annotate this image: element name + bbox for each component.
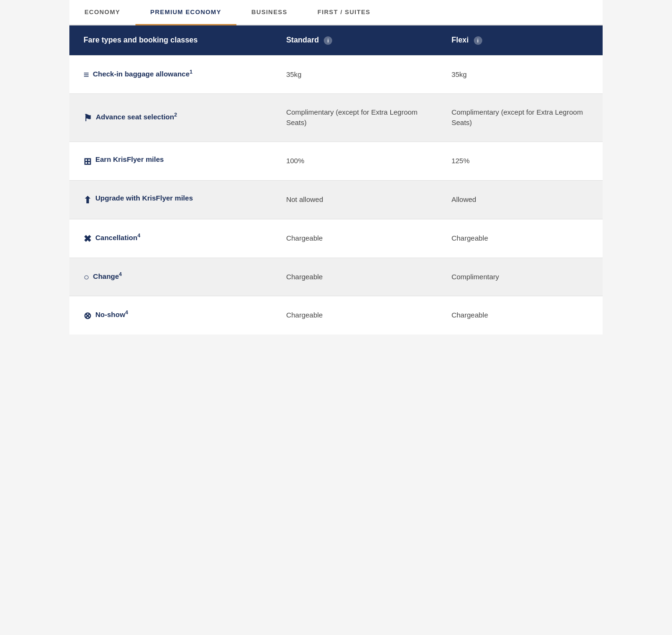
flexi-info-icon[interactable]: i (474, 36, 482, 45)
table-row-krisflyer-miles: ⊞ Earn KrisFlyer miles 100%125% (69, 142, 603, 180)
krisflyer-miles-standard-value: 100% (286, 157, 304, 165)
advance-seat-standard-value: Complimentary (except for Extra Legroom … (286, 108, 417, 127)
krisflyer-miles-flexi-value: 125% (452, 157, 470, 165)
upgrade-standard-value: Not allowed (286, 195, 323, 203)
cancellation-icon: ✖ (84, 233, 92, 244)
header-col1: Fare types and booking classes (69, 25, 272, 55)
advance-seat-label-text: Advance seat selection2 (96, 112, 177, 121)
header-col1-text: Fare types and booking classes (84, 36, 198, 44)
table-header-row: Fare types and booking classes Standard … (69, 25, 603, 55)
no-show-icon: ⊗ (84, 310, 92, 321)
table-row-no-show: ⊗ No-show4 ChargeableChargeable (69, 296, 603, 334)
tab-business[interactable]: BUSINESS (236, 0, 302, 25)
checkin-baggage-icon: ≡ (84, 69, 89, 80)
row-label-change: ○ Change4 (84, 271, 258, 283)
header-col2-text: Standard (286, 36, 319, 44)
cancellation-standard-value: Chargeable (286, 234, 323, 242)
change-flexi-value: Complimentary (452, 273, 499, 281)
upgrade-icon: ⬆ (84, 194, 92, 206)
krisflyer-miles-label-text: Earn KrisFlyer miles (95, 155, 164, 163)
row-label-upgrade: ⬆ Upgrade with KrisFlyer miles (84, 194, 258, 206)
table-row-checkin-baggage: ≡ Check-in baggage allowance1 35kg35kg (69, 55, 603, 93)
no-show-standard-value: Chargeable (286, 311, 323, 319)
krisflyer-miles-icon: ⊞ (84, 156, 92, 167)
header-col3: Flexi i (437, 25, 603, 55)
upgrade-flexi-value: Allowed (452, 195, 477, 203)
advance-seat-icon: ⚑ (84, 112, 92, 124)
upgrade-label-text: Upgrade with KrisFlyer miles (95, 194, 193, 202)
checkin-baggage-standard-value: 35kg (286, 70, 302, 78)
tab-first-suites[interactable]: FIRST / SUITES (302, 0, 386, 25)
cancellation-flexi-value: Chargeable (452, 234, 488, 242)
standard-info-icon[interactable]: i (324, 36, 332, 45)
fare-table: Fare types and booking classes Standard … (69, 25, 603, 334)
header-col3-text: Flexi (452, 36, 469, 44)
change-icon: ○ (84, 272, 89, 283)
table-row-upgrade: ⬆ Upgrade with KrisFlyer miles Not allow… (69, 180, 603, 219)
change-standard-value: Chargeable (286, 273, 323, 281)
no-show-label-text: No-show4 (95, 309, 128, 318)
row-label-cancellation: ✖ Cancellation4 (84, 233, 258, 244)
no-show-flexi-value: Chargeable (452, 311, 488, 319)
header-col2: Standard i (272, 25, 437, 55)
table-row-advance-seat: ⚑ Advance seat selection2 Complimentary … (69, 93, 603, 142)
table-row-cancellation: ✖ Cancellation4 ChargeableChargeable (69, 219, 603, 258)
tab-economy[interactable]: ECONOMY (69, 0, 135, 25)
checkin-baggage-flexi-value: 35kg (452, 70, 467, 78)
tabs-container: ECONOMYPREMIUM ECONOMYBUSINESSFIRST / SU… (69, 0, 603, 25)
advance-seat-flexi-value: Complimentary (except for Extra Legroom … (452, 108, 583, 127)
row-label-advance-seat: ⚑ Advance seat selection2 (84, 112, 258, 124)
cancellation-label-text: Cancellation4 (95, 233, 140, 242)
row-label-krisflyer-miles: ⊞ Earn KrisFlyer miles (84, 155, 258, 167)
row-label-checkin-baggage: ≡ Check-in baggage allowance1 (84, 69, 258, 80)
checkin-baggage-label-text: Check-in baggage allowance1 (93, 69, 193, 78)
tab-premium-economy[interactable]: PREMIUM ECONOMY (135, 0, 236, 25)
change-label-text: Change4 (93, 271, 122, 280)
row-label-no-show: ⊗ No-show4 (84, 309, 258, 321)
table-row-change: ○ Change4 ChargeableComplimentary (69, 258, 603, 296)
